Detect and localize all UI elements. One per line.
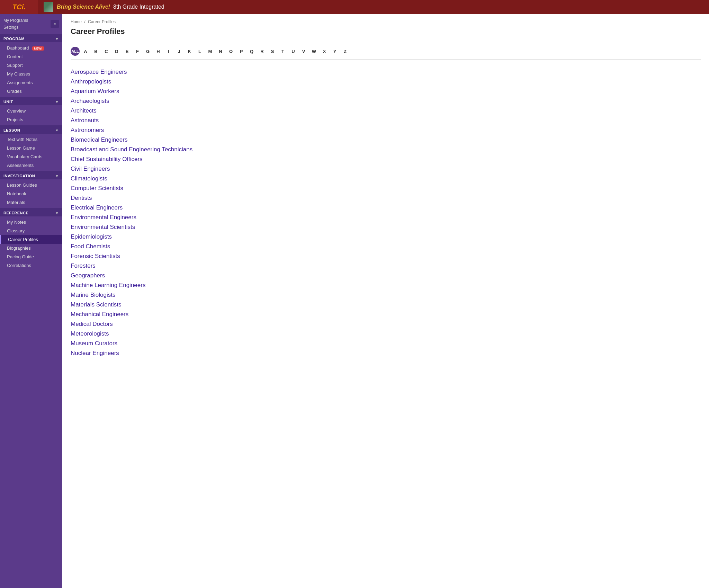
sidebar-item-support[interactable]: Support xyxy=(0,61,62,70)
alpha-f-button[interactable]: F xyxy=(133,47,142,56)
career-item[interactable]: Dentists xyxy=(71,194,701,202)
sidebar-item-career-profiles[interactable]: Career Profiles xyxy=(0,235,62,244)
career-item[interactable]: Anthropologists xyxy=(71,78,701,86)
lesson-chevron-icon: ▼ xyxy=(55,128,59,132)
sidebar-item-lesson-guides[interactable]: Lesson Guides xyxy=(0,181,62,189)
collapse-sidebar-button[interactable]: « xyxy=(51,20,59,28)
alpha-l-button[interactable]: L xyxy=(195,47,204,56)
career-item[interactable]: Environmental Scientists xyxy=(71,223,701,231)
breadcrumb: Home / Career Profiles xyxy=(71,19,701,24)
career-item[interactable]: Environmental Engineers xyxy=(71,213,701,222)
sidebar-item-lesson-game[interactable]: Lesson Game xyxy=(0,144,62,152)
sidebar-item-materials[interactable]: Materials xyxy=(0,198,62,207)
career-item[interactable]: Aquarium Workers xyxy=(71,87,701,96)
investigation-section-header[interactable]: INVESTIGATION ▼ xyxy=(0,171,62,179)
alpha-all-button[interactable]: ALL xyxy=(71,47,80,56)
sidebar-item-projects[interactable]: Projects xyxy=(0,115,62,124)
career-item[interactable]: Archaeologists xyxy=(71,97,701,105)
logo-text: TCi. xyxy=(12,3,26,11)
career-item[interactable]: Nuclear Engineers xyxy=(71,349,701,357)
alpha-u-button[interactable]: U xyxy=(289,47,298,56)
career-item[interactable]: Astronauts xyxy=(71,116,701,125)
alpha-r-button[interactable]: R xyxy=(258,47,267,56)
alphabet-bar: ALL A B C D E F G H I J K L M N O P Q R … xyxy=(71,43,701,60)
career-item[interactable]: Marine Biologists xyxy=(71,291,701,299)
alpha-x-button[interactable]: X xyxy=(320,47,329,56)
sidebar-item-assignments[interactable]: Assignments xyxy=(0,78,62,87)
sidebar-item-dashboard[interactable]: Dashboard NEW! xyxy=(0,44,62,52)
career-item[interactable]: Aerospace Engineers xyxy=(71,68,701,76)
career-item[interactable]: Forensic Scientists xyxy=(71,252,701,260)
career-item[interactable]: Materials Scientists xyxy=(71,301,701,309)
alpha-d-button[interactable]: D xyxy=(112,47,121,56)
career-item[interactable]: Architects xyxy=(71,107,701,115)
alpha-b-button[interactable]: B xyxy=(91,47,100,56)
alpha-v-button[interactable]: V xyxy=(299,47,308,56)
alpha-t-button[interactable]: T xyxy=(278,47,287,56)
alpha-m-button[interactable]: M xyxy=(206,47,215,56)
sidebar-item-overview[interactable]: Overview xyxy=(0,107,62,115)
career-item[interactable]: Electrical Engineers xyxy=(71,204,701,212)
sidebar-item-assessments[interactable]: Assessments xyxy=(0,161,62,170)
alpha-z-button[interactable]: Z xyxy=(341,47,350,56)
sidebar-item-my-notes[interactable]: My Notes xyxy=(0,218,62,226)
sidebar-item-correlations[interactable]: Correlations xyxy=(0,261,62,270)
alpha-e-button[interactable]: E xyxy=(123,47,132,56)
career-item[interactable]: Epidemiologists xyxy=(71,233,701,241)
settings-link[interactable]: Settings xyxy=(3,24,28,30)
reference-section-header[interactable]: REFERENCE ▼ xyxy=(0,208,62,216)
career-item[interactable]: Broadcast and Sound Engineering Technici… xyxy=(71,145,701,154)
unit-section-items: Overview Projects xyxy=(0,105,62,125)
career-item[interactable]: Civil Engineers xyxy=(71,165,701,173)
alpha-g-button[interactable]: G xyxy=(143,47,152,56)
alpha-p-button[interactable]: P xyxy=(237,47,246,56)
program-section-header[interactable]: PROGRAM ▼ xyxy=(0,34,62,42)
my-programs-link[interactable]: My Programs xyxy=(3,17,28,24)
career-item[interactable]: Foresters xyxy=(71,262,701,270)
alpha-o-button[interactable]: O xyxy=(226,47,235,56)
career-item[interactable]: Astronomers xyxy=(71,126,701,134)
alpha-i-button[interactable]: I xyxy=(164,47,173,56)
book-thumbnail xyxy=(44,2,53,12)
alpha-y-button[interactable]: Y xyxy=(330,47,339,56)
career-item[interactable]: Chief Sustainability Officers xyxy=(71,155,701,163)
sidebar-item-my-classes[interactable]: My Classes xyxy=(0,70,62,78)
alpha-q-button[interactable]: Q xyxy=(247,47,256,56)
sidebar-top-actions: My Programs Settings « xyxy=(0,14,62,34)
sidebar-item-pacing-guide[interactable]: Pacing Guide xyxy=(0,252,62,261)
unit-chevron-icon: ▼ xyxy=(55,100,59,104)
program-section-items: Dashboard NEW! Content Support My Classe… xyxy=(0,42,62,97)
breadcrumb-home[interactable]: Home xyxy=(71,19,82,24)
career-item[interactable]: Food Chemists xyxy=(71,242,701,251)
sidebar-item-vocabulary-cards[interactable]: Vocabulary Cards xyxy=(0,152,62,161)
sidebar-item-glossary[interactable]: Glossary xyxy=(0,226,62,235)
lesson-section-header[interactable]: LESSON ▼ xyxy=(0,125,62,134)
investigation-section-items: Lesson Guides Notebook Materials xyxy=(0,179,62,208)
sidebar-item-notebook[interactable]: Notebook xyxy=(0,189,62,198)
career-item[interactable]: Machine Learning Engineers xyxy=(71,281,701,289)
career-item[interactable]: Computer Scientists xyxy=(71,184,701,193)
career-item[interactable]: Climatologists xyxy=(71,175,701,183)
sidebar-item-content[interactable]: Content xyxy=(0,52,62,61)
career-item[interactable]: Medical Doctors xyxy=(71,320,701,328)
career-item[interactable]: Biomedical Engineers xyxy=(71,136,701,144)
breadcrumb-separator: / xyxy=(84,19,85,24)
alpha-s-button[interactable]: S xyxy=(268,47,277,56)
career-item[interactable]: Mechanical Engineers xyxy=(71,310,701,319)
career-list: Aerospace EngineersAnthropologistsAquari… xyxy=(71,68,701,357)
alpha-a-button[interactable]: A xyxy=(81,47,90,56)
alpha-h-button[interactable]: H xyxy=(154,47,163,56)
alpha-j-button[interactable]: J xyxy=(174,47,183,56)
alpha-c-button[interactable]: C xyxy=(102,47,111,56)
career-item[interactable]: Museum Curators xyxy=(71,339,701,348)
career-item[interactable]: Meteorologists xyxy=(71,330,701,338)
career-item[interactable]: Geographers xyxy=(71,271,701,280)
alpha-w-button[interactable]: W xyxy=(309,47,318,56)
sidebar-item-grades[interactable]: Grades xyxy=(0,87,62,96)
alpha-k-button[interactable]: K xyxy=(185,47,194,56)
alpha-n-button[interactable]: N xyxy=(216,47,225,56)
unit-section-header[interactable]: UNIT ▼ xyxy=(0,97,62,105)
tci-logo: TCi. xyxy=(0,0,38,14)
sidebar-item-biographies[interactable]: Biographies xyxy=(0,244,62,252)
sidebar-item-text-notes[interactable]: Text with Notes xyxy=(0,135,62,144)
